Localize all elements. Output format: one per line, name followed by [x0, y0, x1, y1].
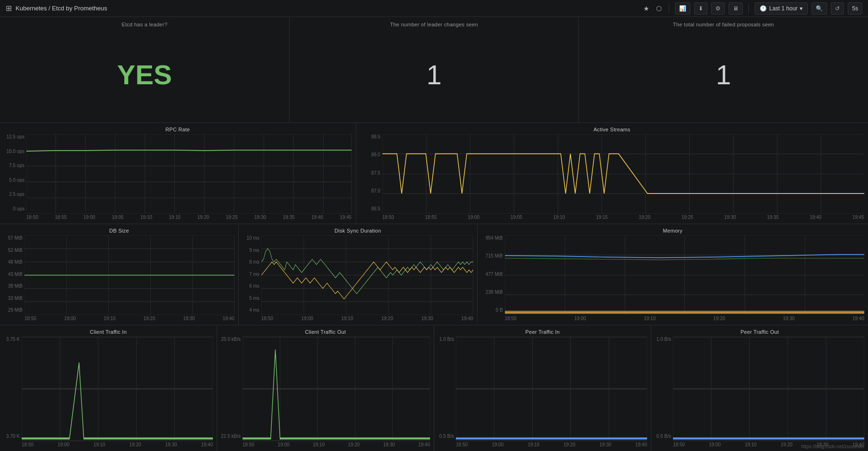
failed-proposals-title: The total number of failed proposals see… [579, 22, 868, 27]
active-streams-panel: Active Streams 88.5 88.0 87.5 87.0 86.5 [356, 123, 868, 224]
leader-changes-title: The number of leader changes seen [290, 22, 579, 27]
watermark: https://blog.csdn.net/zuozewei [801, 444, 864, 449]
leader-value: YES [117, 59, 172, 90]
peer-traffic-in-inner: 1.0 B/s 0.5 B/s [438, 337, 647, 447]
client-traffic-out-title: Client Traffic Out [221, 329, 430, 335]
peer-traffic-out-plot[interactable] [673, 337, 864, 441]
memory-plot[interactable] [505, 235, 864, 315]
memory-panel: Memory 954 MiB 715 MiB 477 MiB 238 MiB 0… [478, 224, 868, 325]
app-icon: ⊞ [6, 4, 12, 13]
active-streams-plot[interactable] [382, 134, 864, 214]
refresh-button[interactable]: ↺ [831, 2, 844, 15]
share-button[interactable]: ⬡ [655, 5, 663, 12]
divider-2 [748, 4, 749, 13]
active-streams-chart-inner: 88.5 88.0 87.5 87.0 86.5 [360, 134, 864, 220]
rpc-rate-chart-inner: 12.5 ops 10.0 ops 7.5 ops 5.0 ops 2.5 op… [4, 134, 352, 220]
disk-sync-panel: Disk Sync Duration 10 ms 9 ms 8 ms 7 ms … [239, 224, 478, 325]
peer-traffic-out-title: Peer Traffic Out [655, 329, 864, 335]
settings-button[interactable]: ⚙ [711, 2, 725, 15]
leader-changes-value: 1 [426, 59, 441, 90]
chart-row-4: Client Traffic In 3.75 K 3.70 K [0, 325, 868, 451]
db-size-title: DB Size [4, 228, 235, 234]
time-range-label: Last 1 hour [769, 5, 797, 12]
leader-changes-panel: The number of leader changes seen 1 [290, 17, 579, 122]
db-size-chart-inner: 57 MiB 52 MiB 48 MiB 43 MiB 38 MiB 33 Mi… [4, 235, 235, 321]
clock-icon: 🕐 [760, 5, 767, 12]
memory-chart-inner: 954 MiB 715 MiB 477 MiB 238 MiB 0 B [481, 235, 864, 321]
client-traffic-out-plot[interactable] [243, 337, 430, 441]
add-panel-icon: 📊 [679, 5, 686, 12]
rpc-rate-plot[interactable] [26, 134, 352, 214]
db-size-y-axis: 57 MiB 52 MiB 48 MiB 43 MiB 38 MiB 33 Mi… [4, 235, 24, 321]
time-range-button[interactable]: 🕐 Last 1 hour ▾ [754, 2, 808, 15]
rpc-rate-x-axis: 18:50 18:55 19:00 19:05 19:10 19:15 19:2… [26, 215, 352, 220]
save-icon: ⬇ [698, 5, 703, 12]
divider-1 [669, 4, 669, 13]
memory-y-axis: 954 MiB 715 MiB 477 MiB 238 MiB 0 B [481, 235, 505, 321]
tv-icon: 🖥 [733, 5, 738, 12]
memory-title: Memory [481, 228, 864, 234]
active-streams-y-axis: 88.5 88.0 87.5 87.0 86.5 [360, 134, 382, 220]
peer-traffic-out-y-axis: 1.0 B/s 0.5 B/s [655, 337, 673, 447]
failed-proposals-value: 1 [716, 59, 731, 90]
stat-row: Etcd has a leader? YES The number of lea… [0, 17, 868, 123]
save-button[interactable]: ⬇ [694, 2, 707, 15]
disk-sync-plot[interactable] [261, 235, 473, 315]
refresh-icon: ↺ [835, 5, 840, 12]
peer-traffic-out-panel: Peer Traffic Out 1.0 B/s 0.5 B/s [651, 325, 868, 451]
chart-row-3: DB Size 57 MiB 52 MiB 48 MiB 43 MiB 38 M… [0, 224, 868, 325]
db-size-plot[interactable] [24, 235, 235, 315]
rpc-rate-title: RPC Rate [4, 127, 352, 132]
peer-traffic-out-inner: 1.0 B/s 0.5 B/s [655, 337, 864, 447]
peer-traffic-in-plot[interactable] [456, 337, 647, 441]
client-traffic-out-inner: 25.0 kB/s 22.5 kB/s [221, 337, 430, 447]
disk-sync-y-axis: 10 ms 9 ms 8 ms 7 ms 6 ms 5 ms 4 ms [243, 235, 261, 321]
failed-proposals-panel: The total number of failed proposals see… [579, 17, 868, 122]
add-panel-button[interactable]: 📊 [675, 2, 690, 15]
disk-sync-title: Disk Sync Duration [243, 228, 473, 234]
rpc-rate-panel: RPC Rate 12.5 ops 10.0 ops 7.5 ops 5.0 o… [0, 123, 356, 224]
peer-traffic-in-y-axis: 1.0 B/s 0.5 B/s [438, 337, 456, 447]
chevron-down-icon: ▾ [800, 5, 803, 12]
topbar: ⊞ Kubernetes / Etcd by Prometheus ★ ⬡ 📊 … [0, 0, 868, 17]
kiosk-button[interactable]: 🖥 [729, 2, 743, 15]
client-traffic-out-y-axis: 25.0 kB/s 22.5 kB/s [221, 337, 243, 447]
refresh-interval-badge: 5s [848, 2, 862, 15]
leader-panel-title: Etcd has a leader? [0, 22, 289, 27]
db-size-panel: DB Size 57 MiB 52 MiB 48 MiB 43 MiB 38 M… [0, 224, 239, 325]
dashboard: Etcd has a leader? YES The number of lea… [0, 17, 868, 451]
leader-panel: Etcd has a leader? YES [0, 17, 290, 122]
zoom-out-button[interactable]: 🔍 [811, 2, 827, 15]
peer-traffic-in-title: Peer Traffic In [438, 329, 647, 335]
active-streams-title: Active Streams [360, 127, 864, 132]
client-traffic-in-plot[interactable] [22, 337, 213, 441]
client-traffic-in-panel: Client Traffic In 3.75 K 3.70 K [0, 325, 217, 451]
star-button[interactable]: ★ [642, 5, 651, 12]
dashboard-title: Kubernetes / Etcd by Prometheus [16, 5, 638, 12]
zoom-out-icon: 🔍 [816, 5, 823, 12]
peer-traffic-in-panel: Peer Traffic In 1.0 B/s 0.5 B/s [434, 325, 651, 451]
client-traffic-in-title: Client Traffic In [4, 329, 213, 335]
client-traffic-in-inner: 3.75 K 3.70 K [4, 337, 213, 447]
gear-icon: ⚙ [715, 5, 721, 12]
disk-sync-chart-inner: 10 ms 9 ms 8 ms 7 ms 6 ms 5 ms 4 ms [243, 235, 473, 321]
client-traffic-in-y-axis: 3.75 K 3.70 K [4, 337, 22, 447]
rpc-rate-y-axis: 12.5 ops 10.0 ops 7.5 ops 5.0 ops 2.5 op… [4, 134, 26, 220]
client-traffic-out-panel: Client Traffic Out 25.0 kB/s 22.5 kB/s [217, 325, 434, 451]
chart-row-2: RPC Rate 12.5 ops 10.0 ops 7.5 ops 5.0 o… [0, 123, 868, 224]
active-streams-x-axis: 18:50 18:55 19:00 19:05 19:10 19:15 19:2… [382, 215, 864, 220]
